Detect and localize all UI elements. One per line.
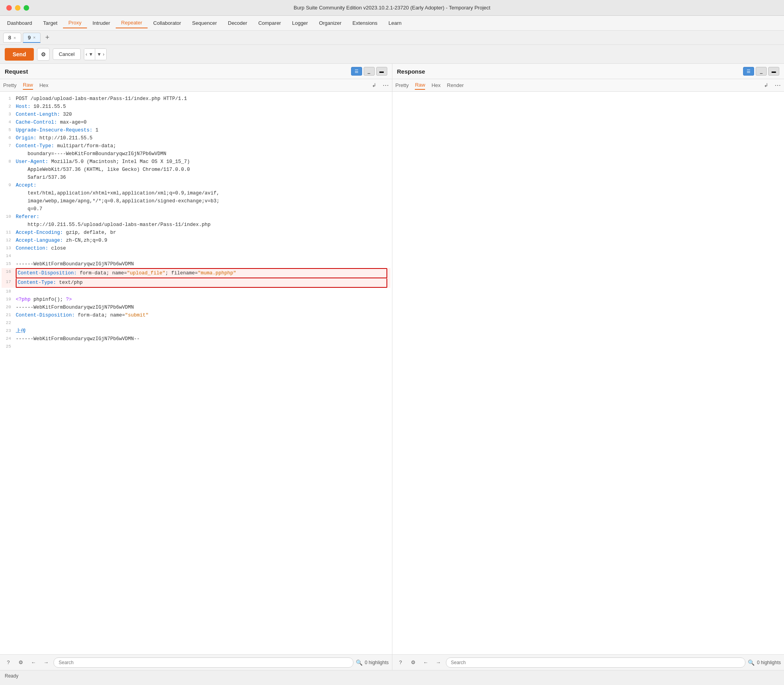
request-search-icon: 🔍 xyxy=(356,659,362,666)
response-view-controls: ☰ ⎯ ▬ xyxy=(743,67,779,76)
close-button[interactable] xyxy=(6,5,12,11)
response-tab-render[interactable]: Render xyxy=(447,81,464,89)
table-row: 1 POST /upload/upload-labs-master/Pass-1… xyxy=(2,95,390,103)
gear-icon: ⚙ xyxy=(41,51,46,57)
request-bottom: ? ⚙ ← → 🔍 0 highlights xyxy=(0,655,392,670)
window-title: Burp Suite Community Edition v2023.10.2.… xyxy=(294,5,490,11)
request-panel-tabs: Pretty Raw Hex ↲ ⋯ xyxy=(0,79,392,92)
response-bottom: ? ⚙ ← → 🔍 0 highlights xyxy=(392,655,784,670)
response-code-area xyxy=(392,92,784,654)
request-forward-button[interactable]: → xyxy=(41,657,51,668)
window-controls xyxy=(6,5,29,11)
menu-item-proxy[interactable]: Proxy xyxy=(63,18,87,28)
request-tab-pretty[interactable]: Pretty xyxy=(3,81,17,89)
table-row: 12 Accept-Language: zh-CN,zh;q=0.9 xyxy=(2,237,390,244)
request-help-button[interactable]: ? xyxy=(3,657,13,668)
response-tab-pretty[interactable]: Pretty xyxy=(396,81,409,89)
nav-group: ‹ ▼ ▼ › xyxy=(84,48,107,60)
menu-item-intruder[interactable]: Intruder xyxy=(87,18,116,28)
nav-next-button[interactable]: ▼ › xyxy=(95,49,106,60)
table-row: 25 xyxy=(2,343,390,351)
menu-item-organizer[interactable]: Organizer xyxy=(313,18,347,28)
response-back-button[interactable]: ← xyxy=(421,657,431,668)
table-row: 7 Content-Type: multipart/form-data; bou… xyxy=(2,142,390,158)
table-row: 11 Accept-Encoding: gzip, deflate, br xyxy=(2,229,390,237)
response-settings-button[interactable]: ⚙ xyxy=(408,657,418,668)
table-row: 15 ------WebKitFormBoundaryqwzIGjN7Pb6wV… xyxy=(2,260,390,268)
title-bar: Burp Suite Community Edition v2023.10.2.… xyxy=(0,0,784,16)
response-wrap-icon[interactable]: ↲ xyxy=(764,82,768,88)
request-code-area: 1 POST /upload/upload-labs-master/Pass-1… xyxy=(0,92,392,654)
request-view-controls: ☰ ⎯ ▬ xyxy=(351,67,387,76)
menu-item-comparer[interactable]: Comparer xyxy=(253,18,287,28)
request-view-full[interactable]: ▬ xyxy=(376,67,387,76)
request-menu-icon[interactable]: ⋯ xyxy=(383,81,389,89)
request-tab-raw[interactable]: Raw xyxy=(23,81,33,90)
table-row: 6 Origin: http://10.211.55.5 xyxy=(2,134,390,142)
menu-item-learn[interactable]: Learn xyxy=(383,18,407,28)
response-tab-raw[interactable]: Raw xyxy=(415,81,425,90)
response-view-full[interactable]: ▬ xyxy=(768,67,779,76)
tab-8[interactable]: 8 × xyxy=(3,33,21,43)
tab-9-close[interactable]: × xyxy=(33,35,35,40)
menu-item-decoder[interactable]: Decoder xyxy=(222,18,253,28)
nav-prev-button[interactable]: ‹ ▼ xyxy=(84,49,95,60)
menu-bar: Dashboard Target Proxy Intruder Repeater… xyxy=(0,16,784,31)
request-back-button[interactable]: ← xyxy=(28,657,39,668)
table-row: 9 Accept: text/html,application/xhtml+xm… xyxy=(2,181,390,213)
table-row: 20 ------WebKitFormBoundaryqwzIGjN7Pb6wV… xyxy=(2,304,390,311)
menu-item-sequencer[interactable]: Sequencer xyxy=(187,18,222,28)
table-row: 18 xyxy=(2,288,390,296)
send-button[interactable]: Send xyxy=(5,48,34,61)
table-row: 22 xyxy=(2,319,390,327)
table-row: 21 Content-Disposition: form-data; name=… xyxy=(2,311,390,319)
request-highlights-label: 0 highlights xyxy=(365,660,389,665)
menu-item-logger[interactable]: Logger xyxy=(287,18,313,28)
table-row: 13 Connection: close xyxy=(2,244,390,252)
tab-8-close[interactable]: × xyxy=(13,35,16,40)
status-text: Ready xyxy=(5,673,18,679)
table-row: 24 ------WebKitFormBoundaryqwzIGjN7Pb6wV… xyxy=(2,335,390,343)
minimize-button[interactable] xyxy=(15,5,20,11)
request-search-input[interactable] xyxy=(54,657,353,668)
settings-icon-button[interactable]: ⚙ xyxy=(37,48,50,61)
main-content: Request ☰ ⎯ ▬ Pretty Raw Hex ↲ ⋯ 1 POST … xyxy=(0,64,784,654)
maximize-button[interactable] xyxy=(24,5,29,11)
response-tab-hex[interactable]: Hex xyxy=(431,81,440,89)
toolbar: Send ⚙ Cancel ‹ ▼ ▼ › xyxy=(0,45,784,64)
response-search-input[interactable] xyxy=(446,657,746,668)
table-row: 23 上传 xyxy=(2,327,390,335)
cancel-button[interactable]: Cancel xyxy=(53,48,80,60)
menu-item-dashboard[interactable]: Dashboard xyxy=(2,18,38,28)
response-panel: Response ☰ ⎯ ▬ Pretty Raw Hex Render ↲ ⋯ xyxy=(392,64,784,654)
table-row: 2 Host: 10.211.55.5 xyxy=(2,103,390,111)
response-view-split[interactable]: ⎯ xyxy=(756,67,767,76)
response-search-icon: 🔍 xyxy=(748,659,754,666)
tab-add-button[interactable]: + xyxy=(42,33,52,43)
response-forward-button[interactable]: → xyxy=(433,657,444,668)
tabs-bar: 8 × 9 × + xyxy=(0,31,784,45)
menu-item-repeater[interactable]: Repeater xyxy=(116,18,148,28)
request-wrap-icon[interactable]: ↲ xyxy=(372,82,376,88)
request-settings-button[interactable]: ⚙ xyxy=(16,657,26,668)
request-view-split[interactable]: ⎯ xyxy=(364,67,375,76)
response-view-list[interactable]: ☰ xyxy=(743,67,754,76)
menu-item-extensions[interactable]: Extensions xyxy=(347,18,383,28)
request-view-list[interactable]: ☰ xyxy=(351,67,362,76)
table-row: 4 Cache-Control: max-age=0 xyxy=(2,118,390,126)
tab-9[interactable]: 9 × xyxy=(23,33,41,43)
response-panel-title: Response xyxy=(397,68,425,75)
request-tab-hex[interactable]: Hex xyxy=(39,81,48,89)
request-panel: Request ☰ ⎯ ▬ Pretty Raw Hex ↲ ⋯ 1 POST … xyxy=(0,64,392,654)
table-row: 10 Referer: http://10.211.55.5/upload/up… xyxy=(2,213,390,229)
menu-item-collaborator[interactable]: Collaborator xyxy=(148,18,187,28)
request-panel-title: Request xyxy=(5,68,28,75)
table-row: 16 Content-Disposition: form-data; name=… xyxy=(2,268,390,278)
response-help-button[interactable]: ? xyxy=(396,657,406,668)
tab-9-label: 9 xyxy=(28,35,31,41)
response-panel-header: Response ☰ ⎯ ▬ xyxy=(392,64,784,79)
menu-item-target[interactable]: Target xyxy=(38,18,63,28)
table-row: 5 Upgrade-Insecure-Requests: 1 xyxy=(2,126,390,134)
tab-8-label: 8 xyxy=(8,35,11,41)
response-menu-icon[interactable]: ⋯ xyxy=(775,81,781,89)
